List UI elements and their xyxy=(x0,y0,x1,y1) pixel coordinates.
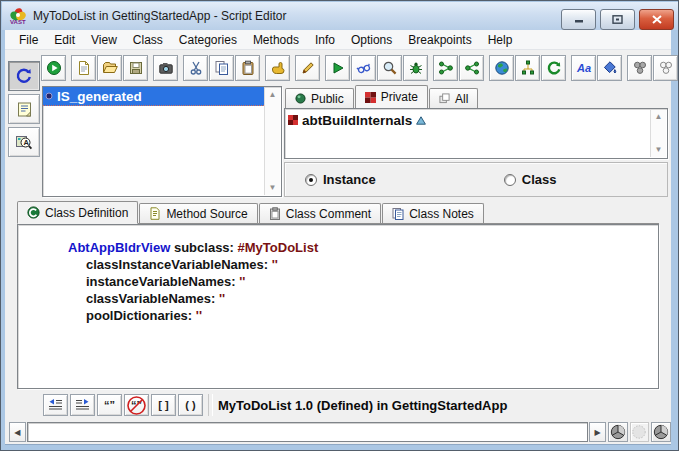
main-toolbar: Aa xyxy=(41,52,671,83)
cut-button[interactable] xyxy=(183,55,208,81)
tab-class-notes-label: Class Notes xyxy=(409,207,474,221)
maximize-button[interactable] xyxy=(600,9,635,30)
copy-button[interactable] xyxy=(209,55,234,81)
brackets-button[interactable]: [ ] xyxy=(151,394,176,416)
svg-text:Aa: Aa xyxy=(576,62,591,74)
activity-indicator-left xyxy=(608,422,628,442)
methods-list[interactable]: abtBuildInternals ▲ ▼ xyxy=(284,108,668,159)
categories-list[interactable]: IS_generated ▲ ▼ xyxy=(42,86,282,197)
web-button[interactable] xyxy=(489,55,514,81)
tab-class-notes[interactable]: Class Notes xyxy=(382,203,484,223)
refresh-definition-button[interactable] xyxy=(541,55,566,81)
uncomment-button[interactable]: “” xyxy=(124,394,149,416)
display-it-button[interactable] xyxy=(351,55,376,81)
tab-class-comment[interactable]: Class Comment xyxy=(259,203,381,223)
script-page-button[interactable] xyxy=(8,94,40,124)
save-button[interactable] xyxy=(123,55,148,81)
menu-view[interactable]: View xyxy=(83,31,125,49)
titlebar[interactable]: VAST MyToDoList in GettingStartedApp - S… xyxy=(2,2,679,30)
private-method-icon xyxy=(288,115,298,125)
inspect-button[interactable] xyxy=(377,55,402,81)
comment-button[interactable]: “” xyxy=(97,394,122,416)
reload-button[interactable] xyxy=(8,61,40,91)
code-symbol: #MyToDoList xyxy=(238,240,319,255)
hand-button[interactable] xyxy=(265,55,290,81)
menu-help[interactable]: Help xyxy=(480,31,521,49)
menu-categories[interactable]: Categories xyxy=(171,31,245,49)
new-document-button[interactable] xyxy=(71,55,96,81)
open-button[interactable] xyxy=(97,55,122,81)
code-param-key: poolDictionaries: xyxy=(86,308,192,323)
code-line: poolDictionaries: '' xyxy=(68,307,658,324)
list-item-category[interactable]: IS_generated xyxy=(43,87,264,106)
dotted-circle-icon xyxy=(631,424,647,440)
class-radio-wrap[interactable]: Class xyxy=(504,172,557,187)
class-radio[interactable] xyxy=(504,174,516,186)
cut-icon xyxy=(188,60,204,76)
pen-button[interactable] xyxy=(295,55,320,81)
do-it-button[interactable] xyxy=(325,55,350,81)
scroll-up-icon[interactable]: ▲ xyxy=(269,88,277,102)
tab-all[interactable]: All xyxy=(429,88,478,108)
visibility-tabs: Public Private All xyxy=(284,85,668,108)
code-editor[interactable]: AbtAppBldrView subclass: #MyToDoList cla… xyxy=(17,224,659,389)
tab-method-source[interactable]: Method Source xyxy=(139,203,257,223)
parts-filled-button[interactable] xyxy=(627,55,652,81)
window-bottom-edge xyxy=(5,444,671,445)
scroll-up-icon[interactable]: ▲ xyxy=(655,110,663,124)
code-param-value: '' xyxy=(219,291,225,306)
paste-button[interactable] xyxy=(235,55,260,81)
browse-parts-button[interactable]: A xyxy=(8,127,40,157)
scroll-down-icon[interactable]: ▼ xyxy=(655,143,663,157)
instance-radio[interactable] xyxy=(305,174,317,186)
tab-public[interactable]: Public xyxy=(285,88,354,108)
minimize-button[interactable] xyxy=(561,9,596,30)
categories-scrollbar[interactable]: ▲ ▼ xyxy=(264,88,280,195)
category-label: IS_generated xyxy=(57,89,142,104)
scroll-down-icon[interactable]: ▼ xyxy=(269,181,277,195)
pen-icon xyxy=(300,60,316,76)
hierarchy-button[interactable] xyxy=(515,55,540,81)
message-field[interactable] xyxy=(27,422,588,442)
menu-methods[interactable]: Methods xyxy=(245,31,307,49)
outdent-button[interactable] xyxy=(43,394,68,416)
close-button[interactable] xyxy=(639,9,674,30)
list-item-method[interactable]: abtBuildInternals xyxy=(285,109,667,129)
definition-status-text: MyToDoList 1.0 (Defined) in GettingStart… xyxy=(218,398,507,413)
connect-right-button[interactable] xyxy=(459,55,484,81)
indent-button[interactable] xyxy=(70,394,95,416)
instance-radio-wrap[interactable]: Instance xyxy=(305,172,376,187)
menu-breakpoints[interactable]: Breakpoints xyxy=(400,31,479,49)
snapshot-button[interactable] xyxy=(153,55,178,81)
browse-parts-icon: A xyxy=(15,133,33,151)
message-scroll-left-button[interactable]: ◀ xyxy=(9,422,26,442)
parens-glyph: ( ) xyxy=(185,399,195,411)
code-line: AbtAppBldrView subclass: #MyToDoList xyxy=(68,239,658,256)
display-it-icon xyxy=(356,60,372,76)
menu-file[interactable]: File xyxy=(11,31,46,49)
tab-class-definition[interactable]: Class Definition xyxy=(17,201,138,224)
font-button[interactable]: Aa xyxy=(571,55,596,81)
parts-outline-button[interactable] xyxy=(653,55,678,81)
indent-icon xyxy=(75,398,90,412)
menu-class[interactable]: Class xyxy=(125,31,171,49)
public-icon xyxy=(295,93,306,104)
class-comment-icon xyxy=(269,207,281,220)
fill-color-button[interactable] xyxy=(597,55,622,81)
methods-scrollbar[interactable]: ▲ ▼ xyxy=(650,110,666,157)
run-script-button[interactable] xyxy=(41,55,66,81)
message-scroll-right-button[interactable]: ▶ xyxy=(589,422,606,442)
debug-button[interactable] xyxy=(403,55,428,81)
connect-left-button[interactable] xyxy=(433,55,458,81)
menu-edit[interactable]: Edit xyxy=(46,31,83,49)
menu-info[interactable]: Info xyxy=(307,31,343,49)
tab-private[interactable]: Private xyxy=(355,85,428,108)
comment-quotes-glyph: “” xyxy=(104,399,115,411)
inspect-icon xyxy=(382,60,398,76)
parts-outline-icon xyxy=(658,60,674,76)
window-title: MyToDoList in GettingStartedApp - Script… xyxy=(33,9,286,23)
editor-tabs: Class Definition Method Source Class Com… xyxy=(17,201,659,224)
menu-options[interactable]: Options xyxy=(343,31,400,49)
debug-icon xyxy=(408,60,424,76)
parens-button[interactable]: ( ) xyxy=(178,394,203,416)
